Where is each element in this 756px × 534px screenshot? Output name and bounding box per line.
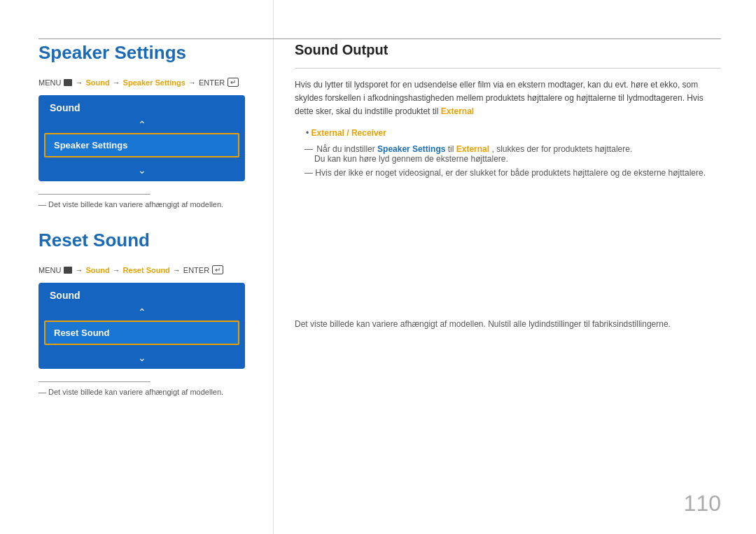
- note-text-1: — Det viste billede kan variere afhængig…: [38, 200, 245, 209]
- em-dash-1: —: [304, 144, 313, 154]
- enter-icon-2: ↵: [212, 265, 223, 274]
- dash-note-1-sub: Du kan kun høre lyd gennem de eksterne h…: [314, 154, 721, 164]
- chevron-down-icon-1: ⌄: [38, 162, 245, 181]
- dash-note-1-text: — Når du indstiller Speaker Settings til…: [304, 144, 632, 154]
- arrow3: →: [188, 78, 196, 87]
- sound-link-2: Sound: [85, 266, 109, 274]
- menu-label: MENU: [38, 78, 61, 87]
- note-content-2: Det viste billede kan variere afhængigt …: [48, 388, 223, 396]
- reset-sound-menu-path: MENU → Sound → Reset Sound → ENTER ↵: [38, 265, 245, 274]
- speaker-settings-link: Speaker Settings: [123, 78, 186, 87]
- reset-sound-menu-item: Reset Sound: [44, 321, 239, 345]
- sound-output-title: Sound Output: [295, 42, 721, 58]
- enter-label: ENTER: [199, 78, 225, 87]
- menu-icon-2: [64, 267, 72, 274]
- body-text-main: Hvis du lytter til lydsporet for en udse…: [295, 80, 704, 116]
- sound-menu-header-2: Sound: [38, 283, 245, 305]
- speaker-settings-title: Speaker Settings: [38, 42, 245, 64]
- enter-label-2: ENTER: [183, 266, 209, 274]
- arrow1: →: [75, 78, 83, 87]
- sound-menu-box-1: Sound ⌃ Speaker Settings ⌄: [38, 95, 245, 181]
- arrow2-2: →: [113, 266, 120, 274]
- sound-menu-header-1: Sound: [38, 95, 245, 118]
- external-bold: External: [456, 144, 489, 154]
- arrow1-2: →: [75, 266, 83, 274]
- dash-note1-prefix: Når du indstiller: [316, 144, 377, 154]
- arrow3-2: →: [173, 266, 181, 274]
- external-highlight: External: [441, 106, 474, 116]
- sound-output-body: Hvis du lytter til lydsporet for en udse…: [295, 78, 721, 119]
- note-text-2: — Det viste billede kan variere afhængig…: [38, 388, 245, 396]
- dash-note1-mid: til: [448, 144, 456, 154]
- speaker-settings-menu-path: MENU → Sound → Speaker Settings → ENTER …: [38, 78, 245, 87]
- speaker-settings-bold: Speaker Settings: [377, 144, 445, 154]
- arrow2: →: [113, 78, 120, 87]
- reset-sound-right-text: Det viste billede kan variere afhængigt …: [295, 318, 721, 331]
- em-dash-2: —: [304, 168, 313, 178]
- sound-menu-box-2: Sound ⌃ Reset Sound ⌄: [38, 283, 245, 369]
- reset-sound-section: Reset Sound MENU → Sound → Reset Sound →…: [38, 230, 245, 396]
- dash-prefix-2: —: [38, 388, 48, 396]
- speaker-settings-menu-item: Speaker Settings: [44, 133, 239, 157]
- sound-output-section: Sound Output Hvis du lytter til lydspore…: [295, 42, 721, 178]
- dash-note2-text: Hvis der ikke er noget videosignal, er d…: [315, 168, 706, 178]
- chevron-up-icon-1: ⌃: [38, 118, 245, 133]
- reset-sound-body: Det viste billede kan variere afhængigt …: [295, 319, 671, 329]
- reset-sound-title: Reset Sound: [38, 230, 245, 251]
- note-divider-1: [38, 194, 150, 195]
- page-number: 110: [684, 491, 721, 517]
- right-divider-1: [295, 68, 721, 69]
- chevron-down-icon-2: ⌄: [38, 349, 245, 369]
- dash-note1-end: , slukkes der for produktets højttalere.: [491, 144, 632, 154]
- reset-sound-link: Reset Sound: [123, 266, 170, 274]
- note-divider-2: [38, 381, 150, 382]
- sound-link: Sound: [85, 78, 109, 87]
- note-content-1: Det viste billede kan variere afhængigt …: [48, 200, 223, 209]
- bullet-row: • External / Receiver: [306, 127, 721, 138]
- dash-note-2: — Hvis der ikke er noget videosignal, er…: [304, 168, 721, 178]
- menu-label-2: MENU: [38, 266, 61, 274]
- speaker-settings-section: Speaker Settings MENU → Sound → Speaker …: [38, 42, 245, 209]
- menu-icon: [64, 79, 72, 86]
- dash-prefix-1: —: [38, 200, 48, 209]
- enter-icon: ↵: [227, 78, 239, 87]
- dash-note-1: — Når du indstiller Speaker Settings til…: [304, 143, 721, 164]
- top-divider: [38, 38, 721, 39]
- bullet-text: External / Receiver: [312, 128, 386, 138]
- chevron-up-icon-2: ⌃: [38, 305, 245, 321]
- bullet-dot: •: [306, 128, 312, 138]
